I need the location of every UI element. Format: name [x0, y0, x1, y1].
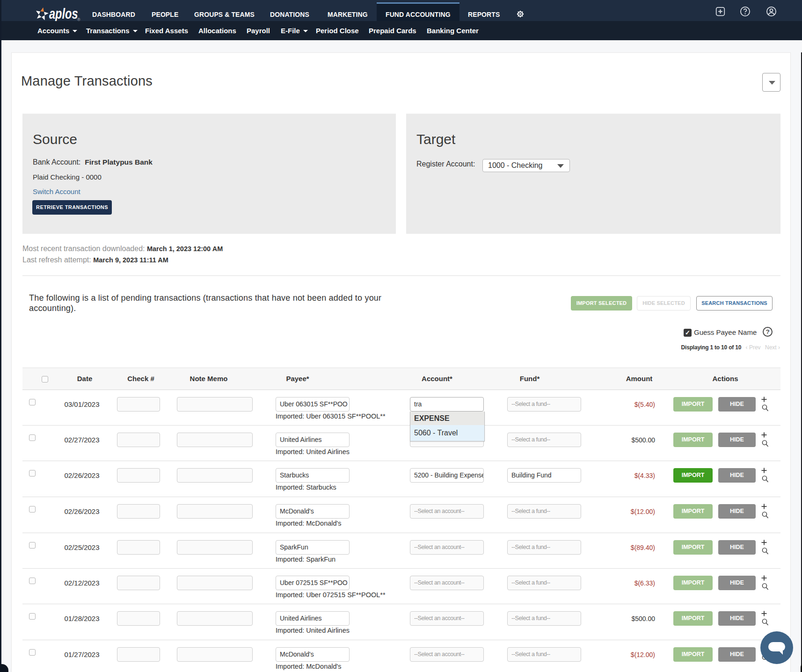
svg-text:aplos: aplos — [49, 5, 78, 22]
